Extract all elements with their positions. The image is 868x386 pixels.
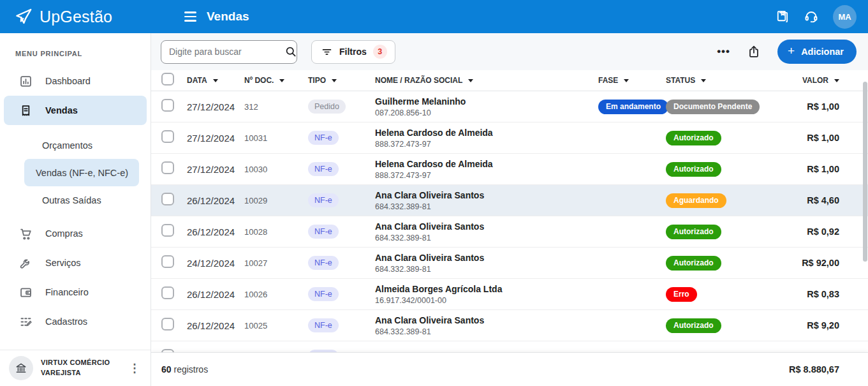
row-doc-number: 10027 <box>244 258 308 268</box>
row-value: R$ 1,00 <box>784 101 839 112</box>
row-checkbox[interactable] <box>161 193 174 205</box>
row-checkbox[interactable] <box>161 224 174 237</box>
user-avatar[interactable]: MA <box>833 5 857 29</box>
table-row[interactable]: NF-e Almeida Borges Agrícola Ltda <box>151 341 868 352</box>
sidebar-item-label: Serviços <box>45 258 81 268</box>
row-status-badge: Autorizado <box>666 162 721 177</box>
support-headset-icon[interactable] <box>804 9 819 24</box>
sidebar-section-label: MENU PRINCIPAL <box>0 33 151 66</box>
sidebar: MENU PRINCIPAL Dashboard Vendas Orçament… <box>0 33 151 386</box>
row-date: 26/12/2024 <box>187 226 244 237</box>
row-checkbox[interactable] <box>161 318 174 330</box>
kebab-menu-icon[interactable]: ⋮ <box>124 359 145 378</box>
row-status-badge: Autorizado <box>666 225 721 239</box>
table-row[interactable]: 24/12/2024 10027 NF-e Ana Clara Oliveira… <box>151 248 868 279</box>
row-customer-name: Ana Clara Oliveira Santos <box>375 252 598 264</box>
row-tax-id: 888.372.473-97 <box>375 140 598 149</box>
sort-arrow-icon <box>468 79 473 82</box>
table-row[interactable]: 26/12/2024 10029 NF-e Ana Clara Oliveira… <box>151 185 868 216</box>
sidebar-item-vendas[interactable]: Vendas <box>4 96 147 125</box>
sidebar-subitem-label: Outras Saídas <box>42 195 101 205</box>
company-name: VIRTUX COMÉRCIO VAREJISTA <box>41 358 116 378</box>
column-header-doc[interactable]: Nº DOC. <box>244 76 308 85</box>
row-status-badge: Autorizado <box>666 131 721 145</box>
sidebar-item-orcamentos[interactable]: Orçamentos <box>6 131 144 159</box>
row-value: R$ 0,92 <box>784 226 839 237</box>
row-type-badge: NF-e <box>308 225 339 239</box>
more-options-icon[interactable]: ••• <box>717 45 730 58</box>
sidebar-item-cadastros[interactable]: Cadastros <box>4 307 147 336</box>
row-checkbox[interactable] <box>161 99 174 112</box>
table-row[interactable]: 26/12/2024 10025 NF-e Ana Clara Oliveira… <box>151 310 868 341</box>
wrench-icon <box>19 256 33 270</box>
row-type-badge: NF-e <box>308 318 339 332</box>
vertical-scrollbar[interactable] <box>863 82 867 262</box>
row-date: 26/12/2024 <box>187 195 244 206</box>
row-value: R$ 1,00 <box>784 164 839 174</box>
sidebar-item-compras[interactable]: Compras <box>4 219 147 248</box>
row-tax-id: 684.332.389-81 <box>375 202 598 211</box>
sort-arrow-icon <box>701 79 706 82</box>
row-checkbox[interactable] <box>161 130 174 143</box>
row-status-badge: Documento Pendente <box>666 100 760 114</box>
row-date: 27/12/2024 <box>187 133 244 144</box>
row-value: R$ 1,00 <box>784 133 839 143</box>
table-row[interactable]: 26/12/2024 10026 NF-e Almeida Borges Agr… <box>151 279 868 310</box>
row-value: R$ 4,60 <box>784 195 839 205</box>
menu-hamburger-icon[interactable] <box>184 11 196 21</box>
sort-arrow-icon <box>624 79 629 82</box>
row-type-badge: NF-e <box>308 162 339 176</box>
sidebar-item-servicos[interactable]: Serviços <box>4 248 147 278</box>
company-switcher[interactable]: VIRTUX COMÉRCIO VAREJISTA ⋮ <box>0 350 151 386</box>
page-title: Vendas <box>207 10 249 24</box>
row-date: 26/12/2024 <box>187 289 244 300</box>
sidebar-subitem-label: Vendas (NF-e, NFC-e) <box>36 168 128 178</box>
sidebar-item-dashboard[interactable]: Dashboard <box>4 66 147 96</box>
table-header: DATA Nº DOC. TIPO NOME / RAZÃO SOCIAL FA… <box>151 70 868 91</box>
row-value: R$ 0,83 <box>784 289 839 299</box>
main-content: Filtros 3 ••• + Adicionar DATA Nº DOC. T… <box>151 33 868 386</box>
row-tax-id: 16.917.342/0001-00 <box>375 296 598 305</box>
column-header-fase[interactable]: FASE <box>598 76 666 85</box>
add-button[interactable]: + Adicionar <box>777 40 857 64</box>
column-header-nome[interactable]: NOME / RAZÃO SOCIAL <box>375 76 598 85</box>
row-doc-number: 312 <box>244 102 308 112</box>
sidebar-item-financeiro[interactable]: Financeiro <box>4 278 147 307</box>
column-header-valor[interactable]: VALOR <box>784 76 839 85</box>
sidebar-item-outras-saidas[interactable]: Outras Saídas <box>6 186 144 214</box>
search-icon[interactable] <box>284 45 297 58</box>
row-doc-number: 10025 <box>244 321 308 330</box>
records-count: 60 registros <box>161 364 208 375</box>
row-customer-name: Ana Clara Oliveira Santos <box>375 221 598 233</box>
filters-button[interactable]: Filtros 3 <box>311 40 395 64</box>
row-doc-number: 10028 <box>244 227 308 237</box>
sort-arrow-icon <box>213 79 218 82</box>
sort-arrow-icon <box>834 79 839 82</box>
filter-icon <box>321 46 333 58</box>
table-row[interactable]: 27/12/2024 10030 NF-e Helena Cardoso de … <box>151 154 868 185</box>
table-row[interactable]: 27/12/2024 10031 NF-e Helena Cardoso de … <box>151 122 868 154</box>
row-customer-name: Ana Clara Oliveira Santos <box>375 189 598 202</box>
table-row[interactable]: 27/12/2024 312 Pedido Guilherme Melaninh… <box>151 91 868 122</box>
column-header-tipo[interactable]: TIPO <box>308 76 375 85</box>
brand-logo[interactable]: UpGestão <box>0 7 151 26</box>
row-customer-name: Helena Cardoso de Almeida <box>375 158 598 170</box>
row-checkbox[interactable] <box>161 255 174 268</box>
row-doc-number: 10029 <box>244 196 308 205</box>
select-all-checkbox[interactable] <box>161 73 174 85</box>
registry-grid-icon <box>19 315 33 329</box>
filters-count-badge: 3 <box>373 45 387 59</box>
row-checkbox[interactable] <box>161 161 174 174</box>
export-share-icon[interactable] <box>747 45 761 59</box>
row-checkbox[interactable] <box>161 286 174 299</box>
column-header-data[interactable]: DATA <box>187 76 244 85</box>
bookmarks-icon[interactable] <box>775 10 790 24</box>
dashboard-icon <box>19 75 33 88</box>
search-input[interactable] <box>169 47 284 57</box>
column-header-status[interactable]: STATUS <box>666 76 784 85</box>
row-status-badge: Autorizado <box>666 256 721 271</box>
sidebar-item-vendas-nfe[interactable]: Vendas (NF-e, NFC-e) <box>24 159 139 186</box>
row-customer-name: Guilherme Melaninho <box>375 96 598 108</box>
table-row[interactable]: 26/12/2024 10028 NF-e Ana Clara Oliveira… <box>151 216 868 248</box>
toolbar: Filtros 3 ••• + Adicionar <box>151 33 868 70</box>
